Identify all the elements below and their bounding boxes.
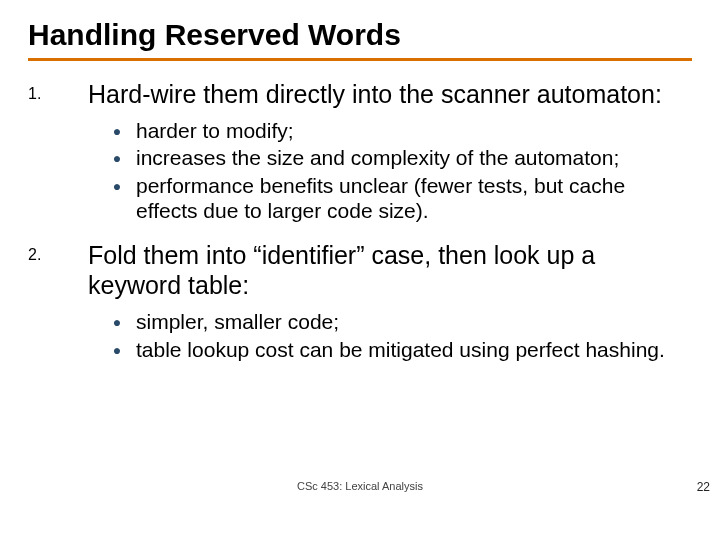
footer-text: CSc 453: Lexical Analysis: [0, 480, 720, 492]
bullet-icon: ●: [98, 118, 136, 139]
item-text: Hard-wire them directly into the scanner…: [88, 79, 692, 110]
sub-item: ● simpler, smaller code;: [98, 309, 692, 335]
bullet-icon: ●: [98, 173, 136, 194]
sub-text: performance benefits unclear (fewer test…: [136, 173, 692, 224]
sub-item: ● performance benefits unclear (fewer te…: [98, 173, 692, 224]
sub-text: harder to modify;: [136, 118, 692, 144]
page-number: 22: [697, 480, 710, 494]
list-item-1: 1. Hard-wire them directly into the scan…: [28, 79, 692, 110]
list-item-2: 2. Fold them into “identifier” case, the…: [28, 240, 692, 301]
sub-text: simpler, smaller code;: [136, 309, 692, 335]
slide: Handling Reserved Words 1. Hard-wire the…: [0, 0, 720, 540]
bullet-icon: ●: [98, 337, 136, 358]
bullet-icon: ●: [98, 145, 136, 166]
sub-text: increases the size and complexity of the…: [136, 145, 692, 171]
item-number: 2.: [28, 240, 88, 264]
sub-item: ● harder to modify;: [98, 118, 692, 144]
title-rule: [28, 58, 692, 61]
item-number: 1.: [28, 79, 88, 103]
slide-title: Handling Reserved Words: [28, 18, 692, 52]
sub-text: table lookup cost can be mitigated using…: [136, 337, 692, 363]
sub-item: ● table lookup cost can be mitigated usi…: [98, 337, 692, 363]
item-text: Fold them into “identifier” case, then l…: [88, 240, 692, 301]
sub-item: ● increases the size and complexity of t…: [98, 145, 692, 171]
bullet-icon: ●: [98, 309, 136, 330]
